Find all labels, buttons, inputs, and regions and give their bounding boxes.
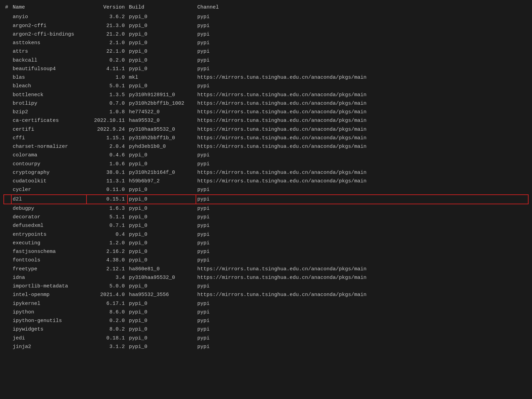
package-channel: pypi	[196, 299, 528, 308]
package-channel: pypi	[196, 195, 528, 204]
package-version: 3.1.2	[87, 343, 128, 351]
table-header-row: # Name Version Build Channel	[4, 3, 528, 13]
table-row: cryptography38.0.1py310h21b164f_0https:/…	[4, 168, 528, 177]
package-version: 3.4	[87, 273, 128, 282]
package-name: blas	[11, 73, 87, 82]
row-num	[4, 82, 11, 90]
row-num	[4, 265, 11, 273]
row-num	[4, 142, 11, 151]
col-header-build: Build	[128, 3, 196, 13]
row-num	[4, 291, 11, 299]
package-build: py310h21b164f_0	[128, 168, 196, 177]
package-name: executing	[11, 239, 87, 247]
table-row: attrs22.1.0pypi_0pypi	[4, 47, 528, 56]
package-version: 4.38.0	[87, 256, 128, 265]
package-version: 2022.10.11	[87, 116, 128, 125]
row-num	[4, 195, 11, 204]
package-version: 0.2.0	[87, 317, 128, 325]
row-num	[4, 325, 11, 334]
package-name: decorator	[11, 213, 87, 221]
package-name: fonttools	[11, 256, 87, 265]
table-row: contourpy1.0.6pypi_0pypi	[4, 160, 528, 168]
package-version: 21.2.0	[87, 30, 128, 39]
package-channel: pypi	[196, 30, 528, 39]
package-version: 5.0.0	[87, 282, 128, 291]
table-row: fastjsonschema2.16.2pypi_0pypi	[4, 247, 528, 256]
package-version: 0.4.6	[87, 151, 128, 159]
package-version: 1.0.6	[87, 160, 128, 168]
package-channel: pypi	[196, 221, 528, 230]
package-channel: pypi	[196, 343, 528, 351]
package-build: he774522_0	[128, 108, 196, 116]
table-row: freetype2.12.1ha860e81_0https://mirrors.…	[4, 265, 528, 273]
package-version: 6.17.1	[87, 299, 128, 308]
package-build: pypi_0	[128, 343, 196, 351]
package-build: pypi_0	[128, 256, 196, 265]
package-version: 5.0.1	[87, 82, 128, 90]
package-version: 2.0.4	[87, 142, 128, 151]
package-name: backcall	[11, 56, 87, 65]
package-channel: pypi	[196, 239, 528, 247]
row-num	[4, 30, 11, 39]
table-row: cudatoolkit11.3.1h59b6b97_2https://mirro…	[4, 177, 528, 185]
package-build: pypi_0	[128, 13, 196, 21]
table-row: blas1.0mklhttps://mirrors.tuna.tsinghua.…	[4, 73, 528, 82]
package-channel: pypi	[196, 22, 528, 30]
package-channel: https://mirrors.tuna.tsinghua.edu.cn/ana…	[196, 134, 528, 142]
package-name: beautifulsoup4	[11, 65, 87, 73]
package-version: 11.3.1	[87, 177, 128, 185]
package-name: asttokens	[11, 39, 87, 47]
table-row: anyio3.6.2pypi_0pypi	[4, 13, 528, 21]
package-version: 1.0.8	[87, 108, 128, 116]
package-build: py310haa95532_0	[128, 125, 196, 134]
row-num	[4, 56, 11, 65]
package-channel: https://mirrors.tuna.tsinghua.edu.cn/ana…	[196, 168, 528, 177]
row-num	[4, 221, 11, 230]
package-channel: pypi	[196, 13, 528, 21]
table-row: asttokens2.1.0pypi_0pypi	[4, 39, 528, 47]
package-name: jedi	[11, 334, 87, 343]
package-build: pypi_0	[128, 334, 196, 343]
table-row: fonttools4.38.0pypi_0pypi	[4, 256, 528, 265]
package-name: bleach	[11, 82, 87, 90]
package-build: pypi_0	[128, 39, 196, 47]
table-row: bleach5.0.1pypi_0pypi	[4, 82, 528, 90]
row-num	[4, 317, 11, 325]
package-name: bzip2	[11, 108, 87, 116]
package-build: pypi_0	[128, 65, 196, 73]
col-header-channel: Channel	[196, 3, 528, 13]
table-row: charset-normalizer2.0.4pyhd3eb1b0_0https…	[4, 142, 528, 151]
package-version: 1.0	[87, 73, 128, 82]
row-num	[4, 151, 11, 159]
package-channel: https://mirrors.tuna.tsinghua.edu.cn/ana…	[196, 142, 528, 151]
package-version: 3.6.2	[87, 13, 128, 21]
table-row: ipython-genutils0.2.0pypi_0pypi	[4, 317, 528, 325]
package-name: contourpy	[11, 160, 87, 168]
package-table: # Name Version Build Channel anyio3.6.2p…	[3, 3, 529, 351]
package-name: cudatoolkit	[11, 177, 87, 185]
package-build: pypi_0	[128, 56, 196, 65]
package-build: pypi_0	[128, 230, 196, 239]
package-build: pypi_0	[128, 185, 196, 194]
package-name: ipython	[11, 308, 87, 317]
package-channel: pypi	[196, 185, 528, 194]
row-num	[4, 204, 11, 213]
package-channel: pypi	[196, 256, 528, 265]
table-row: beautifulsoup44.11.1pypi_0pypi	[4, 65, 528, 73]
package-version: 2.16.2	[87, 247, 128, 256]
package-version: 5.1.1	[87, 213, 128, 221]
package-build: pypi_0	[128, 22, 196, 30]
row-num	[4, 22, 11, 30]
row-num	[4, 65, 11, 73]
package-build: pypi_0	[128, 317, 196, 325]
table-row: ipywidgets8.0.2pypi_0pypi	[4, 325, 528, 334]
package-build: haa95532_0	[128, 116, 196, 125]
table-row: executing1.2.0pypi_0pypi	[4, 239, 528, 247]
package-channel: https://mirrors.tuna.tsinghua.edu.cn/ana…	[196, 125, 528, 134]
package-channel: https://mirrors.tuna.tsinghua.edu.cn/ana…	[196, 265, 528, 273]
package-build: py310h2bbff1b_1002	[128, 99, 196, 108]
package-build: pypi_0	[128, 82, 196, 90]
row-num	[4, 160, 11, 168]
col-header-hash: #	[4, 3, 11, 13]
package-build: pypi_0	[128, 247, 196, 256]
